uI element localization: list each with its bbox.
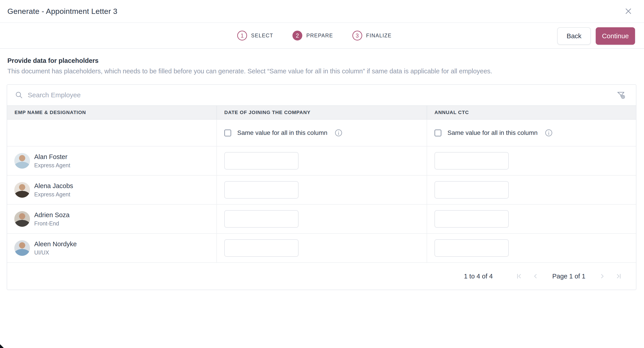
search-bar bbox=[7, 85, 636, 105]
table-row: Alan Foster Express Agent bbox=[7, 146, 636, 176]
close-button[interactable] bbox=[624, 6, 633, 16]
employee-cell: Aleen Nordyke UI/UX bbox=[7, 234, 217, 262]
employee-meta: Aleen Nordyke UI/UX bbox=[34, 240, 77, 256]
stepper-bar: 1 SELECT 2 PREPARE 3 FINALIZE Back Conti… bbox=[0, 23, 644, 49]
employee-meta: Adrien Soza Front-End bbox=[34, 211, 70, 227]
pagination-bar: 1 to 4 of 4 Page 1 of 1 bbox=[7, 263, 636, 290]
next-page-icon bbox=[598, 273, 606, 280]
next-page-button[interactable] bbox=[598, 272, 607, 281]
table-row: Adrien Soza Front-End bbox=[7, 205, 636, 234]
modal-title: Generate - Appointment Letter 3 bbox=[8, 7, 118, 16]
step-number: 1 bbox=[240, 32, 244, 39]
step-number: 2 bbox=[296, 32, 299, 39]
page-heading: Provide data for placeholders bbox=[8, 57, 522, 64]
annual-ctc-input[interactable] bbox=[434, 210, 509, 228]
employee-meta: Alan Foster Express Agent bbox=[34, 153, 70, 169]
annual-ctc-input[interactable] bbox=[434, 181, 509, 198]
intro-section: Provide data for placeholders This docum… bbox=[8, 57, 522, 75]
step-number-badge: 3 bbox=[352, 31, 362, 40]
date-of-joining-cell bbox=[217, 176, 427, 204]
employee-cell: Adrien Soza Front-End bbox=[7, 205, 217, 233]
stepper-actions: Back Continue bbox=[557, 27, 635, 45]
pagination-page: Page 1 of 1 bbox=[552, 273, 586, 280]
first-page-icon bbox=[516, 273, 522, 280]
annual-ctc-input[interactable] bbox=[434, 239, 509, 257]
date-of-joining-input[interactable] bbox=[224, 210, 298, 228]
same-value-cell-ctc: Same value for all in this column bbox=[427, 120, 636, 146]
cursor-artifact bbox=[0, 344, 4, 348]
modal-title-bar: Generate - Appointment Letter 3 bbox=[0, 0, 644, 23]
date-of-joining-cell bbox=[217, 205, 427, 233]
date-of-joining-input[interactable] bbox=[224, 239, 298, 257]
date-of-joining-input[interactable] bbox=[224, 181, 298, 198]
header-annual-ctc: ANNUAL CTC bbox=[427, 106, 636, 119]
pagination-range: 1 to 4 of 4 bbox=[464, 273, 493, 280]
placeholder-table-card: EMP NAME & DESIGNATION DATE OF JOINING T… bbox=[7, 84, 636, 290]
step-label: FINALIZE bbox=[366, 33, 392, 39]
annual-ctc-input[interactable] bbox=[434, 152, 509, 170]
employee-cell: Alan Foster Express Agent bbox=[7, 146, 217, 175]
table-body: Alan Foster Express Agent Alena Jacobs E… bbox=[7, 146, 636, 263]
clear-filter-button[interactable] bbox=[616, 89, 627, 101]
table-row: Alena Jacobs Express Agent bbox=[7, 176, 636, 205]
pager-controls: Page 1 of 1 bbox=[514, 272, 624, 281]
info-icon bbox=[334, 128, 343, 137]
avatar bbox=[14, 153, 30, 169]
same-value-label: Same value for all in this column bbox=[237, 129, 327, 136]
employee-name: Adrien Soza bbox=[34, 211, 70, 219]
annual-ctc-cell bbox=[427, 234, 636, 262]
employee-designation: Express Agent bbox=[34, 191, 73, 198]
same-value-row: Same value for all in this column Same v… bbox=[7, 120, 636, 146]
same-value-info-button-ctc[interactable] bbox=[544, 128, 554, 138]
step-label: SELECT bbox=[251, 33, 273, 39]
employee-meta: Alena Jacobs Express Agent bbox=[34, 182, 73, 198]
back-button[interactable]: Back bbox=[557, 27, 591, 45]
same-value-label: Same value for all in this column bbox=[448, 129, 538, 136]
annual-ctc-cell bbox=[427, 146, 636, 175]
header-emp-name: EMP NAME & DESIGNATION bbox=[7, 106, 217, 119]
employee-designation: Express Agent bbox=[34, 162, 70, 169]
step-number-badge: 1 bbox=[237, 31, 247, 40]
prev-page-icon bbox=[532, 273, 539, 280]
same-value-empty-cell bbox=[7, 120, 217, 146]
same-value-info-button-doj[interactable] bbox=[334, 128, 344, 138]
employee-cell: Alena Jacobs Express Agent bbox=[7, 176, 217, 204]
employee-designation: UI/UX bbox=[34, 249, 77, 256]
same-value-checkbox-doj[interactable] bbox=[224, 130, 231, 136]
search-input[interactable] bbox=[28, 91, 610, 99]
date-of-joining-cell bbox=[217, 146, 427, 175]
stepper-step-prepare[interactable]: 2 PREPARE bbox=[292, 31, 333, 40]
step-label: PREPARE bbox=[306, 33, 333, 39]
continue-button[interactable]: Continue bbox=[596, 27, 635, 45]
prev-page-button[interactable] bbox=[531, 272, 540, 281]
table-row: Aleen Nordyke UI/UX bbox=[7, 234, 636, 263]
avatar bbox=[14, 182, 30, 198]
filter-clear-icon bbox=[616, 90, 626, 100]
table-header-row: EMP NAME & DESIGNATION DATE OF JOINING T… bbox=[7, 105, 636, 120]
info-icon bbox=[544, 128, 553, 137]
last-page-button[interactable] bbox=[614, 272, 624, 281]
employee-name: Alan Foster bbox=[34, 153, 70, 160]
header-date-of-joining: DATE OF JOINING THE COMPANY bbox=[217, 106, 427, 119]
step-number-badge: 2 bbox=[292, 31, 302, 40]
date-of-joining-cell bbox=[217, 234, 427, 262]
stepper: 1 SELECT 2 PREPARE 3 FINALIZE bbox=[237, 31, 392, 40]
stepper-step-finalize[interactable]: 3 FINALIZE bbox=[352, 31, 392, 40]
same-value-checkbox-ctc[interactable] bbox=[434, 130, 442, 136]
avatar bbox=[14, 211, 30, 227]
last-page-icon bbox=[615, 273, 622, 280]
date-of-joining-input[interactable] bbox=[224, 152, 298, 170]
stepper-step-select[interactable]: 1 SELECT bbox=[237, 31, 273, 40]
employee-name: Alena Jacobs bbox=[34, 182, 73, 190]
search-icon bbox=[15, 91, 23, 99]
employee-name: Aleen Nordyke bbox=[34, 240, 77, 248]
annual-ctc-cell bbox=[427, 176, 636, 204]
close-icon bbox=[624, 7, 632, 15]
page-description: This document has placeholders, which ne… bbox=[8, 67, 522, 75]
employee-designation: Front-End bbox=[34, 220, 70, 227]
first-page-button[interactable] bbox=[514, 272, 524, 281]
same-value-cell-doj: Same value for all in this column bbox=[217, 120, 427, 146]
step-number: 3 bbox=[356, 32, 359, 39]
avatar bbox=[14, 240, 30, 256]
annual-ctc-cell bbox=[427, 205, 636, 233]
